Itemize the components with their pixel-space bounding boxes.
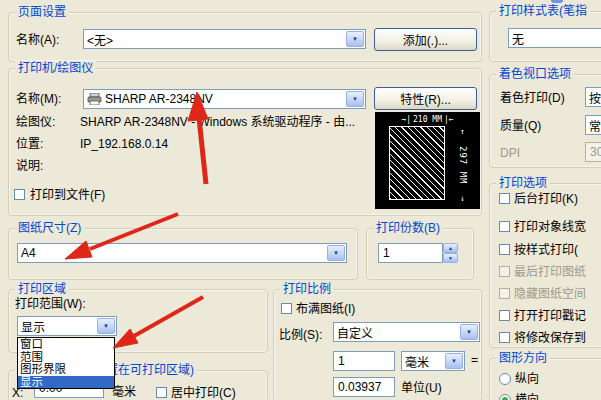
dim-arrow-left-icon: →| bbox=[401, 115, 411, 124]
paper-width-text: 210 MM bbox=[413, 115, 442, 124]
paper-hatch bbox=[389, 126, 445, 200]
background-plot-checkbox[interactable] bbox=[499, 193, 510, 204]
offset-unit-label: 毫米 bbox=[112, 385, 136, 399]
properties-button[interactable]: 特性(R)... bbox=[374, 87, 477, 110]
scale-numerator-value: 1 bbox=[338, 354, 345, 368]
quality-label: 质量(Q) bbox=[500, 119, 541, 133]
dpi-input: 30 bbox=[585, 142, 601, 162]
orientation-title: 图形方向 bbox=[496, 351, 550, 365]
scale-denominator-value: 0.03937 bbox=[338, 380, 381, 394]
add-button-label: 添加(.)... bbox=[403, 31, 448, 48]
paperspace-last-label: 最后打印图纸 bbox=[514, 265, 586, 279]
plotter-label: 绘图仪: bbox=[16, 115, 55, 129]
copies-value: 1 bbox=[383, 246, 390, 260]
printer-group-title: 打印机/绘图仪 bbox=[15, 61, 96, 75]
plot-options-title: 打印选项 bbox=[496, 176, 550, 190]
plot-range-label: 打印范围(W): bbox=[15, 297, 86, 311]
dropdown-option-window[interactable]: 窗口 bbox=[18, 338, 114, 351]
portrait-label: 纵向 bbox=[515, 372, 539, 386]
copies-spin-up[interactable]: ▲ bbox=[443, 243, 458, 253]
plot-area-title: 打印区域 bbox=[15, 282, 69, 296]
chevron-down-icon[interactable]: ▼ bbox=[346, 91, 364, 107]
scale-label: 比例(S): bbox=[279, 328, 322, 342]
printer-icon bbox=[87, 93, 102, 105]
hide-paperspace-label: 隐藏图纸空间 bbox=[514, 287, 586, 301]
copies-input[interactable]: 1 bbox=[378, 243, 443, 263]
scale-unit-value: 毫米 bbox=[402, 353, 444, 370]
location-label: 位置: bbox=[16, 137, 43, 151]
print-to-file-label: 打印到文件(F) bbox=[30, 188, 105, 202]
chevron-down-icon[interactable]: ▼ bbox=[346, 31, 364, 47]
scale-value: 自定义 bbox=[334, 324, 459, 341]
paper-size-value: A4 bbox=[18, 246, 326, 260]
plot-with-styles-label: 按样式打印( bbox=[514, 243, 578, 257]
plot-scale-title: 打印比例 bbox=[280, 282, 334, 296]
plot-range-value: 显示 bbox=[18, 318, 96, 335]
description-label: 说明: bbox=[16, 159, 43, 173]
printer-name-combo[interactable]: SHARP AR-2348NV ▼ bbox=[83, 89, 366, 109]
landscape-label: 横向 bbox=[515, 393, 539, 400]
fit-to-paper-checkbox[interactable] bbox=[281, 303, 292, 314]
chevron-down-icon[interactable]: ▼ bbox=[97, 318, 115, 334]
plot-stamp-label: 打开打印戳记 bbox=[514, 309, 586, 323]
scale-combo[interactable]: 自定义 ▼ bbox=[333, 322, 480, 342]
dpi-value: 30 bbox=[590, 145, 601, 159]
chevron-down-icon[interactable]: ▼ bbox=[327, 245, 345, 261]
printer-name-value: SHARP AR-2348NV bbox=[105, 92, 213, 106]
chevron-down-icon[interactable]: ▼ bbox=[445, 353, 463, 369]
dropdown-option-limits[interactable]: 图形界限 bbox=[18, 363, 114, 376]
paper-height-text: 297 MM bbox=[458, 146, 468, 185]
shade-plot-label: 着色打印(D) bbox=[500, 91, 565, 105]
background-plot-label: 后台打印(K) bbox=[514, 192, 578, 206]
scale-unit-suffix-label: 单位(U) bbox=[401, 381, 442, 395]
copies-title: 打印份数(B) bbox=[373, 221, 443, 235]
dropdown-option-display[interactable]: 显示 bbox=[18, 376, 114, 389]
paper-preview: →| 210 MM |← ↑ 297 MM ↓ bbox=[375, 112, 480, 209]
scale-numerator-input[interactable]: 1 bbox=[333, 351, 395, 371]
page-setup-title: 页面设置 bbox=[15, 5, 69, 19]
plot-range-dropdown-list: 窗口 范围 图形界限 显示 bbox=[17, 337, 115, 389]
print-to-file-checkbox[interactable] bbox=[14, 189, 25, 200]
chevron-down-icon[interactable]: ▼ bbox=[460, 324, 478, 340]
quality-combo[interactable]: 常 bbox=[585, 115, 601, 135]
scale-unit-combo[interactable]: 毫米 ▼ bbox=[401, 351, 465, 371]
paper-size-title: 图纸尺寸(Z) bbox=[15, 221, 84, 235]
plot-with-styles-checkbox[interactable] bbox=[499, 244, 510, 255]
scale-equals-sign: = bbox=[471, 353, 478, 367]
save-changes-checkbox[interactable] bbox=[499, 332, 510, 343]
scale-denominator-input[interactable]: 0.03937 bbox=[333, 377, 395, 397]
dim-arrow-down-icon: ↓ bbox=[460, 194, 465, 203]
plot-style-title: 打印样式表(笔指 bbox=[496, 4, 590, 18]
dim-arrow-right-icon: |← bbox=[444, 115, 454, 124]
plot-lineweights-label: 打印对象线宽 bbox=[514, 220, 586, 234]
plotter-value: SHARP AR-2348NV - Windows 系统驱动程序 - 由... bbox=[80, 115, 355, 129]
shade-plot-value: 按 bbox=[586, 89, 601, 106]
page-setup-name-combo[interactable]: <无> ▼ bbox=[83, 29, 366, 49]
portrait-radio[interactable] bbox=[499, 373, 511, 385]
copies-spin-down[interactable]: ▼ bbox=[443, 253, 458, 263]
add-button[interactable]: 添加(.)... bbox=[374, 28, 477, 51]
dim-arrow-up-icon: ↑ bbox=[460, 127, 465, 136]
paper-size-combo[interactable]: A4 ▼ bbox=[17, 243, 347, 263]
hide-paperspace-checkbox bbox=[499, 288, 510, 299]
shaded-viewport-title: 着色视口选项 bbox=[496, 67, 574, 81]
save-changes-label: 将修改保存到 bbox=[514, 331, 586, 345]
shade-plot-combo[interactable]: 按 bbox=[585, 87, 601, 107]
center-plot-checkbox[interactable] bbox=[156, 387, 167, 398]
quality-value: 常 bbox=[586, 117, 601, 134]
properties-button-label: 特性(R)... bbox=[400, 90, 451, 107]
plot-style-combo[interactable]: 无 bbox=[508, 28, 601, 48]
paperspace-last-checkbox bbox=[499, 266, 510, 277]
plot-lineweights-checkbox[interactable] bbox=[499, 221, 510, 232]
dropdown-option-extents[interactable]: 范围 bbox=[18, 351, 114, 364]
page-setup-name-value: <无> bbox=[84, 31, 345, 48]
center-plot-label: 居中打印(C) bbox=[171, 386, 236, 400]
dpi-label: DPI bbox=[500, 146, 520, 160]
location-value: IP_192.168.0.14 bbox=[80, 137, 168, 151]
plot-stamp-checkbox[interactable] bbox=[499, 310, 510, 321]
plot-style-value: 无 bbox=[509, 30, 601, 47]
printer-name-label: 名称(M): bbox=[16, 92, 61, 106]
landscape-radio[interactable] bbox=[499, 394, 511, 400]
plot-range-combo[interactable]: 显示 ▼ bbox=[17, 316, 117, 336]
fit-to-paper-label: 布满图纸(I) bbox=[296, 302, 355, 316]
